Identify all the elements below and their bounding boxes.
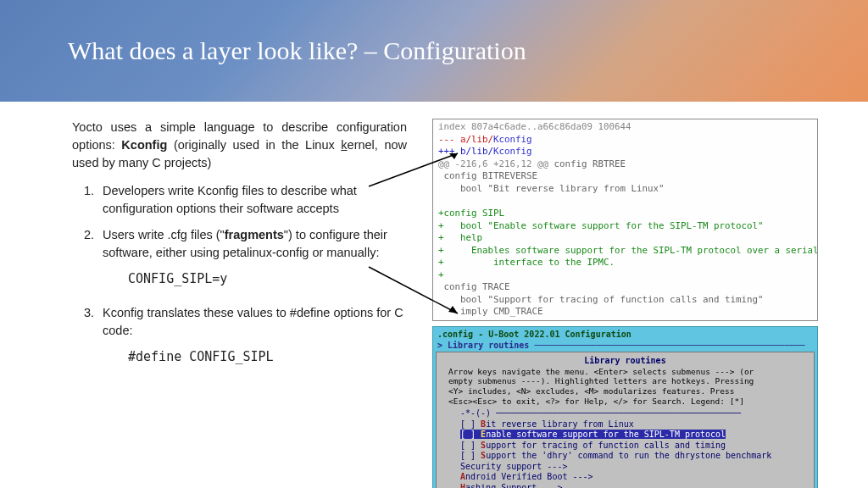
mc-option: [ ] Support the 'dhry' command to run th… bbox=[460, 451, 807, 462]
slide-title: What does a layer look like? – Configura… bbox=[68, 36, 526, 65]
list-item: Developers write Kconfig files to descri… bbox=[97, 182, 407, 218]
mc-option: Android Verified Boot ---> bbox=[460, 472, 807, 483]
mc-option: Hashing Support ---> bbox=[460, 483, 807, 489]
menuconfig-panel: Library routines Arrow keys navigate the… bbox=[436, 352, 815, 488]
menuconfig-title: .config - U-Boot 2022.01 Configuration >… bbox=[436, 330, 815, 351]
slide-body: Yocto uses a simple language to describe… bbox=[0, 102, 868, 488]
mc-option: Security support ---> bbox=[460, 462, 807, 473]
menuconfig-help: Arrow keys navigate the menu. <Enter> se… bbox=[443, 367, 807, 408]
code-fragment: CONFIG_SIPL=y bbox=[128, 270, 407, 289]
menuconfig-window: .config - U-Boot 2022.01 Configuration >… bbox=[432, 326, 818, 488]
menuconfig-options: -*-(-) ─────────────────────────────────… bbox=[443, 408, 807, 488]
mc-option-selected: [ ] Enable software support for the SIPL… bbox=[460, 430, 807, 441]
list-item: Kconfig translates these values to #defi… bbox=[97, 304, 407, 367]
slide-header: What does a layer look like? – Configura… bbox=[0, 0, 868, 102]
left-column: Yocto uses a simple language to describe… bbox=[0, 119, 432, 488]
mc-option: -*-(-) ─────────────────────────────────… bbox=[460, 408, 807, 419]
intro-paragraph: Yocto uses a simple language to describe… bbox=[72, 119, 407, 172]
menuconfig-section: Library routines bbox=[443, 356, 807, 367]
mc-option: [ ] Support for tracing of function call… bbox=[460, 441, 807, 452]
list-item: Users write .cfg files ("fragments") to … bbox=[97, 226, 407, 289]
right-column: index 807a4c6ade..a66c86da09 100644 --- … bbox=[432, 119, 848, 488]
code-define: #define CONFIG_SIPL bbox=[128, 348, 407, 367]
mc-option: [ ] Bit reverse library from Linux bbox=[460, 419, 807, 430]
numbered-list: Developers write Kconfig files to descri… bbox=[72, 182, 407, 367]
diff-snippet: index 807a4c6ade..a66c86da09 100644 --- … bbox=[432, 119, 818, 321]
